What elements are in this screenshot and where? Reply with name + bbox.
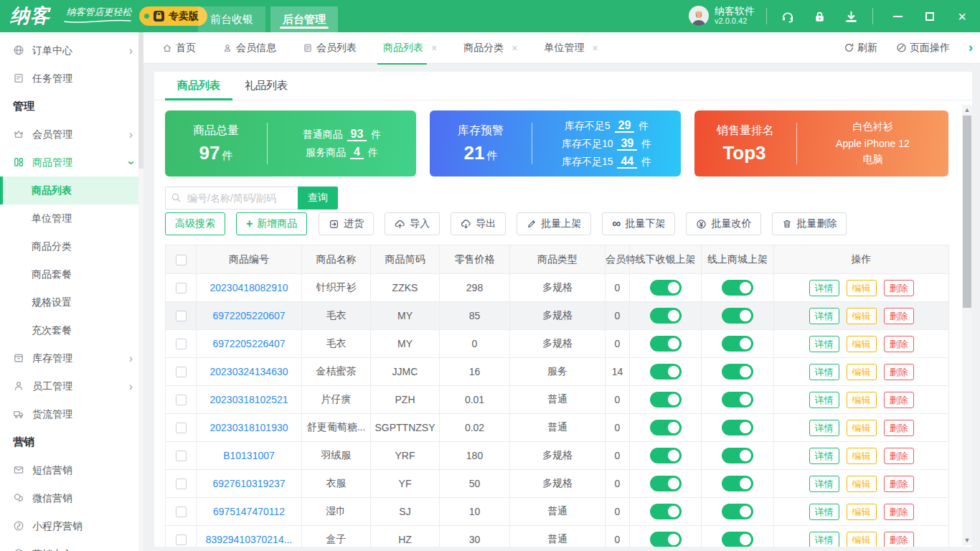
offline-shelf-toggle[interactable] — [650, 448, 682, 463]
row-checkbox[interactable] — [176, 339, 187, 349]
scrollbar-thumb[interactable] — [963, 116, 971, 308]
online-shelf-toggle[interactable] — [722, 476, 753, 491]
product-id-link[interactable]: 6975147470112 — [213, 506, 285, 517]
offline-shelf-toggle[interactable] — [650, 476, 682, 491]
edit-button[interactable]: 编辑 — [847, 532, 877, 547]
customer-service-icon[interactable] — [781, 9, 795, 24]
product-id-link[interactable]: 20230318101930 — [209, 422, 288, 433]
offline-shelf-toggle[interactable] — [650, 392, 682, 408]
toolbar-button[interactable]: 导入 — [385, 212, 440, 235]
online-shelf-toggle[interactable] — [722, 392, 753, 408]
online-shelf-toggle[interactable] — [722, 420, 753, 435]
offline-shelf-toggle[interactable] — [650, 336, 682, 352]
delete-button[interactable]: 删除 — [884, 280, 914, 296]
edit-button[interactable]: 编辑 — [847, 392, 877, 408]
offline-shelf-toggle[interactable] — [650, 308, 682, 324]
detail-button[interactable]: 详情 — [809, 392, 839, 408]
product-id-link[interactable]: 20230418082910 — [209, 282, 288, 293]
close-button[interactable]: × — [956, 10, 969, 23]
edit-button[interactable]: 编辑 — [847, 336, 877, 352]
product-id-link[interactable]: B10131007 — [223, 450, 275, 461]
sidebar-item[interactable]: 短信营销 — [0, 456, 143, 484]
vertical-scrollbar[interactable]: ▲ ▼ — [962, 105, 972, 545]
toolbar-button[interactable]: 进货 — [319, 212, 374, 235]
scroll-down-icon[interactable]: ▼ — [962, 535, 972, 545]
product-id-link[interactable]: 6972205220607 — [212, 310, 285, 321]
edit-button[interactable]: 编辑 — [847, 308, 877, 324]
delete-button[interactable]: 删除 — [884, 476, 914, 492]
offline-shelf-toggle[interactable] — [650, 280, 682, 296]
product-id-link[interactable]: 20230324134630 — [209, 366, 288, 377]
edit-button[interactable]: 编辑 — [847, 364, 877, 380]
sidebar-subitem[interactable]: 充次套餐 — [0, 316, 143, 344]
detail-button[interactable]: 详情 — [809, 336, 839, 352]
sidebar-subitem[interactable]: 商品列表 — [0, 176, 143, 204]
online-shelf-toggle[interactable] — [722, 308, 753, 324]
delete-button[interactable]: 删除 — [884, 504, 914, 520]
topnav-cashier[interactable]: 前台收银 — [198, 6, 265, 32]
page-actions-button[interactable]: 页面操作 — [896, 42, 950, 55]
sidebar-subitem[interactable]: 商品套餐 — [0, 260, 143, 288]
user-account[interactable]: 纳客软件 v2.0.0.42 — [689, 5, 755, 26]
page-tab[interactable]: 首页 — [162, 32, 196, 64]
row-checkbox[interactable] — [176, 479, 187, 489]
detail-button[interactable]: 详情 — [809, 420, 839, 436]
detail-button[interactable]: 详情 — [809, 280, 839, 296]
sidebar-subitem[interactable]: 单位管理 — [0, 204, 143, 232]
product-id-link[interactable]: 6927610319237 — [212, 478, 285, 489]
sidebar-item[interactable]: 营销中心 — [0, 540, 143, 551]
online-shelf-toggle[interactable] — [722, 280, 753, 296]
delete-button[interactable]: 删除 — [884, 532, 914, 547]
row-checkbox[interactable] — [176, 534, 187, 545]
detail-button[interactable]: 详情 — [809, 504, 839, 520]
delete-button[interactable]: 删除 — [884, 308, 914, 324]
delete-button[interactable]: 删除 — [884, 364, 914, 380]
online-shelf-toggle[interactable] — [722, 336, 753, 352]
topnav-backoffice[interactable]: 后台管理 — [270, 6, 338, 32]
refresh-button[interactable]: 刷新 — [844, 42, 877, 55]
sidebar-item[interactable]: 货流管理 — [0, 400, 143, 428]
sidebar-item[interactable]: 会员管理› — [0, 121, 143, 149]
sidebar-item[interactable]: 微信营销 — [0, 484, 143, 512]
row-checkbox[interactable] — [176, 367, 187, 377]
page-tab[interactable]: 单位管理× — [544, 32, 598, 64]
online-shelf-toggle[interactable] — [722, 504, 753, 519]
offline-shelf-toggle[interactable] — [650, 420, 682, 435]
detail-button[interactable]: 详情 — [809, 476, 839, 492]
page-tab[interactable]: 商品分类× — [463, 32, 517, 64]
product-id-link[interactable]: 6972205226407 — [212, 338, 285, 349]
sidebar-item[interactable]: 商品管理› — [0, 149, 143, 176]
sidebar-item[interactable]: 员工管理› — [0, 372, 143, 400]
toolbar-button[interactable]: 批量上架 — [517, 212, 591, 235]
search-input[interactable] — [165, 187, 298, 209]
lock-icon[interactable] — [813, 10, 826, 24]
panel-tab[interactable]: 商品列表 — [165, 72, 232, 100]
row-checkbox[interactable] — [176, 423, 187, 433]
close-tab-icon[interactable]: × — [592, 42, 598, 54]
row-checkbox[interactable] — [176, 507, 187, 517]
detail-button[interactable]: 详情 — [809, 308, 839, 324]
row-checkbox[interactable] — [176, 395, 187, 405]
edit-button[interactable]: 编辑 — [847, 280, 877, 296]
close-tab-icon[interactable]: × — [512, 42, 517, 54]
scroll-up-icon[interactable]: ▲ — [962, 105, 972, 115]
online-shelf-toggle[interactable] — [722, 532, 753, 547]
detail-button[interactable]: 详情 — [809, 532, 839, 547]
sidebar-item[interactable]: 任务管理 — [0, 65, 143, 93]
edit-button[interactable]: 编辑 — [847, 504, 877, 520]
select-all-checkbox[interactable] — [176, 255, 187, 265]
toolbar-button[interactable]: 批量改价 — [686, 212, 761, 235]
offline-shelf-toggle[interactable] — [650, 504, 682, 519]
delete-button[interactable]: 删除 — [884, 420, 914, 436]
row-checkbox[interactable] — [176, 283, 187, 293]
detail-button[interactable]: 详情 — [809, 448, 839, 464]
delete-button[interactable]: 删除 — [884, 336, 914, 352]
offline-shelf-toggle[interactable] — [650, 364, 682, 380]
toolbar-button[interactable]: 高级搜索 — [165, 212, 225, 235]
chevron-right-icon[interactable]: › — [969, 40, 973, 55]
download-icon[interactable] — [844, 10, 858, 24]
edit-button[interactable]: 编辑 — [847, 448, 877, 464]
panel-tab[interactable]: 礼品列表 — [232, 72, 300, 100]
page-tab[interactable]: 会员信息 — [222, 32, 276, 64]
sidebar-item[interactable]: 库存管理› — [0, 344, 143, 372]
